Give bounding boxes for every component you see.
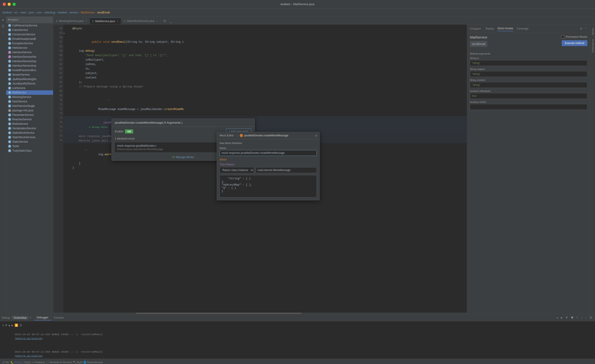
minimize-button[interactable] bbox=[8, 3, 11, 6]
horizontal-scrollbar[interactable] bbox=[53, 313, 467, 314]
sidebar-item-trulystatic[interactable]: CTrulyStaticClass bbox=[6, 148, 53, 153]
problems-btn[interactable]: ⚠ Problems bbox=[32, 361, 45, 364]
debug-tab-debugger[interactable]: Debugger bbox=[34, 315, 51, 320]
sidebar-item-mail[interactable]: CMailService bbox=[6, 90, 53, 95]
tab-replay[interactable]: Replay bbox=[486, 26, 494, 31]
debug-btn[interactable]: 🐛 Debug bbox=[11, 361, 21, 364]
debug-tool-6[interactable]: ☰ bbox=[20, 323, 22, 327]
debug-toolbar-icons: ↺ ▶ ⏸ ⏹ ⤵ ↓ ↑ ☰ bbox=[556, 316, 593, 320]
project-icon[interactable]: ⊞ bbox=[1, 17, 6, 22]
tab-overflow[interactable]: ▾ bbox=[169, 21, 173, 24]
sidebar-item-jparepo[interactable]: CJpaRepoMockingSe bbox=[6, 77, 53, 81]
sidebar-item-notasinglet[interactable]: CNotAServiceSingle bbox=[6, 104, 53, 108]
sidebar-item-interfaceabs[interactable]: IInterfaceServiceAbs bbox=[6, 55, 53, 59]
sidebar-item-class[interactable]: CClassService bbox=[6, 28, 53, 32]
terminal-btn[interactable]: ⬛ Terminal bbox=[46, 361, 59, 364]
settings-icon[interactable]: ⚙ bbox=[579, 26, 583, 31]
debug-step-into-icon[interactable]: ↓ bbox=[580, 316, 583, 320]
sidebar-item-jsonback[interactable]: CJsonBackRefServic bbox=[6, 81, 53, 86]
debug-stop-icon[interactable]: ⏹ bbox=[570, 316, 575, 320]
debug-tool-1[interactable]: ↺ bbox=[2, 323, 4, 327]
sidebar-item-staticmock[interactable]: CStaticMockService bbox=[6, 130, 53, 135]
code-line-55: ● public void sendEmail(String to, Strin… bbox=[63, 31, 467, 49]
input-string-subject[interactable] bbox=[470, 71, 587, 77]
debug-resume-icon[interactable]: ▶ bbox=[560, 316, 564, 320]
close-button[interactable] bbox=[3, 3, 6, 6]
sidebar-item-packageinfo[interactable]: ppackage-info.java bbox=[6, 108, 53, 113]
maven-label[interactable]: Maven bbox=[591, 26, 594, 36]
sidebar-item-staticmockl[interactable]: CStaticMockServiceL bbox=[6, 135, 53, 139]
sidebar-item-interface[interactable]: IInterfaceService bbox=[6, 50, 53, 55]
sidebar-item-interfaceimp1[interactable]: CInterfaceServiceImp bbox=[6, 59, 53, 63]
sidebar-item-callhierarchy[interactable]: CCallHierarchyService bbox=[6, 23, 53, 28]
sidebar-item-hello[interactable]: CHelloService bbox=[6, 46, 53, 50]
code-line-54: @Async bbox=[63, 26, 467, 31]
debug-tab-console[interactable]: Console bbox=[51, 315, 66, 320]
debug-tool-4[interactable]: ▶ bbox=[11, 323, 13, 327]
debug-line-2: 2023-10-03 08:57:12.655 DEBUG 25305 --- … bbox=[0, 345, 595, 359]
right-panel-content: MailService sendEmail Permanent Mocks Ex… bbox=[467, 33, 590, 314]
tab-coverage[interactable]: Coverage bbox=[517, 26, 529, 31]
sidebar-item-redis[interactable]: CRedisService bbox=[6, 122, 53, 126]
debugger-app-label[interactable]: TestbedApp bbox=[12, 316, 28, 320]
me-return-type-select[interactable]: Return class instance bbox=[220, 167, 254, 173]
sidebar-item-email[interactable]: CEmailAlreadyUsedE bbox=[6, 37, 53, 41]
sidebar-item-interfaceimp2[interactable]: CInterfaceServiceImp bbox=[6, 63, 53, 68]
input-bool-ishtml[interactable] bbox=[470, 104, 587, 110]
close-debugger-icon[interactable]: × bbox=[30, 316, 31, 319]
debug-restart-icon[interactable]: ↺ bbox=[556, 316, 559, 320]
structure-icon[interactable]: ☰ bbox=[1, 24, 6, 29]
tab-mockingservice[interactable]: C MockingService.java × bbox=[53, 18, 90, 24]
notifications-label[interactable]: Notifications bbox=[591, 38, 594, 54]
me-class-input[interactable] bbox=[256, 167, 317, 173]
services-btn[interactable]: ⚙ Services bbox=[60, 361, 72, 364]
sidebar-item-iterator[interactable]: CIteratorService bbox=[6, 72, 53, 77]
sidebar-item-serialization[interactable]: CSerializationService bbox=[6, 126, 53, 130]
sidebar-item-static[interactable]: CStaticService bbox=[6, 139, 53, 144]
debug-frames-icon[interactable]: ☰ bbox=[589, 316, 593, 320]
sidebar-item-exception[interactable]: CExceptionService bbox=[6, 41, 53, 46]
sidebar-item-mocking[interactable]: CMockingService bbox=[6, 95, 53, 99]
tab-st[interactable]: St bbox=[161, 18, 169, 24]
debug-tool-5[interactable]: ⏫ bbox=[14, 323, 18, 327]
input-string-content[interactable] bbox=[470, 82, 587, 88]
mock-editor-settings-icon[interactable]: ⚙ bbox=[315, 134, 318, 137]
me-code-area[interactable]: "string" : { } }, "addressMap" : { }, "q… bbox=[220, 175, 317, 197]
execute-button[interactable]: Execute method bbox=[562, 40, 587, 46]
minimize-panel-icon[interactable]: − bbox=[584, 26, 587, 31]
sidebar-item-reactive[interactable]: CReactiveService bbox=[6, 117, 53, 122]
maximize-button[interactable] bbox=[13, 3, 16, 6]
git-btn[interactable]: ⎇ Git bbox=[2, 361, 8, 364]
debug-step-out-icon[interactable]: ↑ bbox=[584, 316, 588, 320]
sidebar-item-constructor[interactable]: CConstructorService bbox=[6, 32, 53, 37]
dependencies-btn[interactable]: 🌐 Dependencies bbox=[83, 361, 103, 364]
input-bool-ismultipart[interactable] bbox=[470, 93, 587, 99]
code-line-56: log.debug( bbox=[63, 49, 467, 53]
hierarchy-icon[interactable]: ⋮ bbox=[1, 30, 6, 35]
debug-tool-2[interactable]: ▼ bbox=[5, 324, 7, 327]
debug-tabs: Debug: TestbedApp × Debugger Console ↺ ▶… bbox=[0, 314, 595, 321]
sidebar-item-list[interactable]: CListService bbox=[6, 86, 53, 90]
me-name-input[interactable] bbox=[220, 150, 317, 156]
debug-pause-icon[interactable]: ⏸ bbox=[564, 316, 569, 320]
tab-mailservice[interactable]: C MailService.java × bbox=[90, 18, 121, 24]
tab-bar: C MockingService.java × C MailService.ja… bbox=[53, 17, 595, 25]
todo-btn[interactable]: TODO bbox=[24, 361, 31, 364]
build-btn[interactable]: 🔨 Build bbox=[73, 361, 82, 364]
code-line-60: to, bbox=[63, 67, 467, 71]
sidebar-item-invalidpassword[interactable]: CInvalidPasswordExc bbox=[6, 68, 53, 72]
tab-direct-invoke[interactable]: Direct Invoke bbox=[498, 26, 513, 31]
debug-step-over-icon[interactable]: ⤵ bbox=[575, 316, 579, 320]
window-title: testbed – MailService.java bbox=[281, 2, 314, 6]
tab-staticmock[interactable]: C StaticMockService.java × bbox=[121, 18, 161, 24]
right-panel-icons: ⚙ − bbox=[579, 26, 587, 31]
toggle-on-badge[interactable]: ON bbox=[125, 130, 133, 133]
perm-mocks-checkbox[interactable] bbox=[561, 35, 564, 38]
input-string-to[interactable] bbox=[470, 60, 587, 66]
sidebar-item-parameter[interactable]: CParameterService bbox=[6, 113, 53, 117]
code-line-62: content bbox=[63, 76, 467, 80]
sidebar-item-nota[interactable]: CNotAService bbox=[6, 99, 53, 104]
debug-tool-3[interactable]: ▲ bbox=[8, 324, 10, 327]
code-line-58: isMultipart, bbox=[63, 58, 467, 62]
sidebar-item-testx[interactable]: CTestX bbox=[6, 144, 53, 148]
